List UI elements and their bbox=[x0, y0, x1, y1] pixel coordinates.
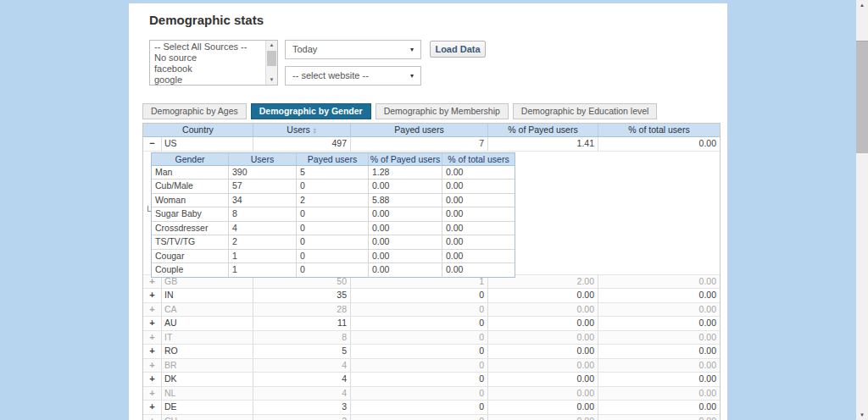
column-header-users[interactable]: Users▲▼ bbox=[253, 124, 351, 136]
value-cell: 8 bbox=[229, 207, 297, 221]
column-header--of-payed-users[interactable]: % of Payed users bbox=[488, 124, 598, 136]
gender-cell: Man bbox=[152, 166, 229, 180]
scroll-up-icon[interactable]: ▲ bbox=[856, 0, 868, 10]
table-row: +IN3500.000.00 bbox=[143, 289, 720, 303]
value-cell: 0.00 bbox=[488, 345, 598, 358]
expand-row-icon[interactable]: + bbox=[143, 415, 162, 420]
listbox-scrollbar-thumb[interactable] bbox=[267, 51, 276, 66]
value-cell: 0 bbox=[351, 331, 488, 345]
column-header-payed-users[interactable]: Payed users bbox=[351, 124, 488, 136]
browser-scrollbar-thumb[interactable] bbox=[856, 41, 868, 153]
value-cell: 0.00 bbox=[442, 222, 515, 235]
value-cell: 0.00 bbox=[369, 250, 442, 263]
value-cell: 497 bbox=[253, 137, 351, 151]
sort-icon: ▲▼ bbox=[313, 127, 317, 134]
value-cell: 0 bbox=[297, 235, 369, 249]
value-cell: 0.00 bbox=[488, 317, 598, 330]
load-data-button[interactable]: Load Data bbox=[430, 41, 486, 58]
value-cell: 0.00 bbox=[488, 289, 598, 302]
value-cell: 5.88 bbox=[369, 194, 442, 207]
source-option[interactable]: google bbox=[150, 75, 265, 86]
value-cell: 1.41 bbox=[488, 137, 598, 151]
value-cell: 0 bbox=[297, 263, 369, 277]
tab-demographic-by-gender[interactable]: Demographic by Gender bbox=[251, 103, 371, 119]
expand-row-icon[interactable]: + bbox=[143, 303, 162, 317]
value-cell: 0.00 bbox=[598, 373, 720, 386]
country-cell: AU bbox=[162, 317, 253, 330]
value-cell: 0.00 bbox=[488, 401, 598, 414]
date-range-select[interactable]: Today ▾ bbox=[285, 40, 421, 59]
tab-demographic-by-education-level[interactable]: Demographic by Education level bbox=[513, 103, 658, 119]
value-cell: 8 bbox=[253, 331, 351, 345]
tab-demographic-by-membership[interactable]: Demographic by Membership bbox=[376, 103, 509, 119]
subtable-column-header: Gender bbox=[152, 153, 229, 165]
subgrid-row: GenderUsersPayed users% of Payed users% … bbox=[143, 152, 720, 275]
value-cell: 0.00 bbox=[369, 180, 442, 193]
listbox-scrollbar[interactable]: ▲ ▼ bbox=[265, 41, 277, 85]
column-header-country[interactable]: Country bbox=[143, 124, 253, 136]
subtable-column-header: Users bbox=[229, 153, 297, 165]
page-title: Demographic stats bbox=[149, 13, 264, 27]
column-header--of-total-users[interactable]: % of total users bbox=[598, 124, 720, 136]
expand-row-icon[interactable]: + bbox=[143, 387, 162, 401]
country-cell: IN bbox=[162, 289, 253, 302]
table-row: +CA2800.000.00 bbox=[143, 303, 720, 318]
tab-demographic-by-ages[interactable]: Demographic by Ages bbox=[142, 103, 247, 119]
expand-row-icon[interactable]: + bbox=[143, 373, 162, 386]
expand-row-icon[interactable]: + bbox=[143, 401, 162, 414]
gender-subtable: GenderUsersPayed users% of Payed users% … bbox=[151, 152, 515, 278]
value-cell: 4 bbox=[229, 222, 297, 235]
value-cell: 0 bbox=[297, 180, 369, 193]
subtable-row: Couple100.000.00 bbox=[152, 263, 515, 277]
subtable-row: Crossdresser400.000.00 bbox=[152, 222, 515, 236]
value-cell: 5 bbox=[297, 166, 369, 180]
table-row: +RO500.000.00 bbox=[143, 345, 720, 359]
table-row: +NL400.000.00 bbox=[143, 387, 720, 401]
browser-scrollbar[interactable]: ▲ ▼ bbox=[856, 0, 868, 420]
source-option[interactable]: No source bbox=[150, 52, 265, 64]
value-cell: 1.28 bbox=[369, 166, 442, 180]
value-cell: 2 bbox=[229, 235, 297, 249]
value-cell: 0 bbox=[297, 222, 369, 235]
value-cell: 0.00 bbox=[598, 303, 720, 317]
gender-cell: Crossdresser bbox=[152, 222, 229, 235]
table-row: +DK400.000.00 bbox=[143, 373, 720, 387]
sources-listbox[interactable]: -- Select All Sources --No sourcefaceboo… bbox=[149, 40, 278, 86]
value-cell: 3 bbox=[253, 401, 351, 414]
expand-row-icon[interactable]: + bbox=[143, 359, 162, 373]
scroll-down-icon[interactable]: ▼ bbox=[856, 410, 868, 420]
value-cell: 28 bbox=[253, 303, 351, 317]
value-cell: 1 bbox=[229, 250, 297, 263]
value-cell: 0 bbox=[297, 207, 369, 221]
date-range-value: Today bbox=[292, 44, 317, 54]
source-option[interactable]: facebook bbox=[150, 64, 265, 75]
website-select[interactable]: -- select website -- ▾ bbox=[285, 66, 421, 86]
website-select-value: -- select website -- bbox=[292, 70, 369, 80]
expand-row-icon[interactable]: + bbox=[143, 331, 162, 345]
scroll-up-icon[interactable]: ▲ bbox=[266, 41, 277, 50]
subtable-column-header: Payed users bbox=[297, 153, 369, 165]
value-cell: 0.00 bbox=[442, 250, 515, 263]
value-cell: 0.00 bbox=[598, 331, 720, 345]
subtable-header-row: GenderUsersPayed users% of Payed users% … bbox=[152, 153, 515, 166]
value-cell: 0.00 bbox=[442, 166, 515, 180]
country-stats-grid: CountryUsers▲▼Payed users% of Payed user… bbox=[142, 123, 721, 420]
value-cell: 0 bbox=[297, 250, 369, 263]
subtable-row: Woman3425.880.00 bbox=[152, 194, 515, 208]
column-header-label: % of Payed users bbox=[508, 124, 577, 135]
scroll-down-icon[interactable]: ▼ bbox=[266, 75, 277, 85]
subtable-row: Man39051.280.00 bbox=[152, 166, 515, 180]
expand-row-icon[interactable]: + bbox=[143, 289, 162, 302]
country-cell: DE bbox=[162, 401, 253, 414]
source-option[interactable]: -- Select All Sources -- bbox=[150, 41, 265, 52]
gender-cell: TS/TV/TG bbox=[152, 235, 229, 249]
value-cell: 0 bbox=[351, 345, 488, 358]
value-cell: 0.00 bbox=[488, 373, 598, 386]
column-header-label: % of total users bbox=[628, 124, 689, 135]
expand-row-icon[interactable]: + bbox=[143, 317, 162, 330]
value-cell: 11 bbox=[253, 317, 351, 330]
value-cell: 4 bbox=[253, 373, 351, 386]
gender-cell: Woman bbox=[152, 194, 229, 207]
expand-row-icon[interactable]: + bbox=[143, 345, 162, 358]
collapse-row-icon[interactable]: − bbox=[143, 137, 162, 151]
